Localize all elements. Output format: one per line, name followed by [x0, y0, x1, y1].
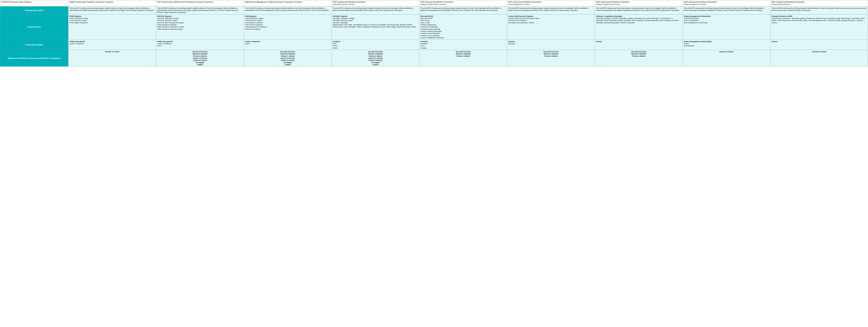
section-row-2: Certification BodiesAPMG InternationalAx…: [0, 40, 868, 50]
section-1-cell-3: INFOSEC EngineerINFOSEC Operations Analy…: [332, 14, 419, 40]
cell-line: Securely Provision: [508, 51, 594, 53]
section-0-cell-8: This DxCERTS training and mentoring prog…: [770, 6, 868, 14]
cell-line: Ethical Hacker, Pen Tester, Vulnerabilit…: [333, 24, 416, 28]
cell-line: This DxCERTS training and mentoring prog…: [772, 7, 866, 11]
section-1-cell-7: Project Management ProfessionalSCRUM Pro…: [683, 14, 770, 40]
header-label-9: NICE Cybersecurity Workforce Framework: [772, 1, 804, 3]
section-1-cell-6: Software & Application DeveloperJavascri…: [595, 14, 683, 40]
cell-line: Amazon Web Services Operations Analyst: [508, 17, 539, 19]
cell-line: Operate & Maintain: [333, 53, 418, 55]
cell-line: AGILE Professional: [684, 19, 698, 21]
cell-line: Cyber Resilience Engineer: [157, 24, 177, 26]
section-1-cell-0: DTRF EngineerDTRF Operations AnalystDTRF…: [68, 14, 156, 40]
cell-line: Amazon: [508, 40, 515, 43]
cell-line: Operate & Maintain: [245, 53, 331, 55]
cell-line: This DxCERTS training and mentoring prog…: [684, 7, 764, 11]
section-label-0: Pathway Description: [0, 6, 68, 14]
cell-line: CompTIA: [333, 40, 340, 43]
cell-line: Securely Provision: [157, 51, 243, 53]
cell-line: NISTCSF Business Analyst: [157, 19, 177, 21]
cell-line: APMG International: [157, 40, 173, 43]
header-cell-2: NIST Cybersecurity & RESILIA Cyber Resil…: [156, 0, 244, 6]
cell-line: CompTIA Cloud Specialist: [421, 32, 440, 34]
cell-line: Collect & Operate: [157, 59, 243, 61]
header-cell-0: DxCERTS Enterprise Career Pathways: [0, 0, 68, 6]
cell-line: NISTCSF Operations Analyst: [157, 17, 179, 19]
cell-line: ITSM Business Analyst: [245, 19, 262, 21]
cell-line: ITSM Expert Practitioner: [245, 22, 263, 24]
cell-line: Operate & Maintain: [157, 53, 243, 55]
cell-line: INFOSEC Engineer: [333, 15, 348, 17]
cell-line: ISACA: [245, 43, 250, 45]
header-cell-7: NICE Cybersecurity Workforce Framework S…: [595, 0, 683, 6]
cell-line: Axelos: [684, 43, 689, 45]
header-cell-4: NICE Cybersecurity Workforce Framework I…: [332, 0, 419, 6]
cell-line: Enterprise Business Skills: [772, 15, 792, 17]
header-label-8: NICE Cybersecurity Workforce Framework: [684, 1, 717, 3]
header-sublabel-7: Software Programming Curriculum: [596, 3, 620, 5]
cell-line: Oversee & Govern: [772, 51, 867, 53]
header-cell-1: Digital Transformation Readiness Framewo…: [68, 0, 156, 6]
cell-line: SCRUM Professional: [684, 17, 700, 19]
cell-line: Oversee & Govern: [333, 57, 418, 59]
cell-line: CompTIA Network Specialist: [421, 30, 441, 32]
cell-line: Analyze: [333, 64, 418, 66]
cell-line: This DxCERTS training and mentoring prog…: [421, 7, 501, 11]
header-cell-6: NICE Cybersecurity Workforce Framework C…: [507, 0, 595, 6]
section-row-0: Pathway DescriptionThis DxCERTS training…: [0, 6, 868, 14]
section-1-cell-4: Microsoft MCSAMicrosoft MCSECisco CCNACi…: [419, 14, 507, 40]
cell-line: Microsoft Azure Engineer: [508, 19, 527, 21]
header-label-6: NICE Cybersecurity Workforce Framework: [508, 1, 541, 3]
cell-line: Investigate: [333, 61, 418, 64]
cell-line: SCRUMstudy: [684, 45, 694, 47]
cell-line: Various: [772, 40, 777, 43]
cell-line: Axelos / Peoplecert: [69, 43, 84, 45]
header-sublabel-9: Business Skills Curriculum: [772, 3, 790, 5]
cell-line: This DxCERTS training and mentoring prog…: [508, 7, 589, 11]
cell-line: This DxCERTS training and mentoring prog…: [333, 7, 413, 11]
cell-line: Cyber Resilience Business Analyst: [157, 28, 183, 30]
section-3-cell-8: Oversee & Govern: [770, 50, 868, 66]
cell-line: Protect & Defend: [421, 55, 506, 57]
cell-line: DEVOPS Practitioner: [245, 28, 261, 30]
section-2-cell-1: APMG InternationalAxelos / PeoplecertISA…: [156, 40, 244, 50]
section-row-3: Alignment with NICE Cybersecurity Workfo…: [0, 50, 868, 66]
cell-line: RISK Management Professional: [684, 22, 707, 24]
header-cell-5: NICE Cybersecurity Workforce Framework N…: [419, 0, 507, 6]
section-3-cell-0: Oversee & Govern: [68, 50, 156, 66]
section-3-cell-4: Securely ProvisionOperate & MaintainProt…: [419, 50, 507, 66]
header-sublabel-4: Information Security Curriculum: [333, 3, 355, 5]
section-0-cell-2: This DxCERTS training and mentoring prog…: [244, 6, 332, 14]
cell-line: Oversee & Govern: [684, 51, 769, 53]
section-label-2: Certification Bodies: [0, 40, 68, 50]
cell-line: DTRF Expert Practitioner: [69, 22, 88, 24]
cell-line: Various: [596, 40, 602, 43]
table-body: Pathway DescriptionThis DxCERTS training…: [0, 6, 868, 66]
cell-line: ITSM AGILE Practitioner: [245, 24, 263, 26]
section-1-cell-5: Amazon Web Services EngineerAmazon Web S…: [507, 14, 595, 40]
cell-line: Javascript Specialist, ASP.NET Specialis…: [596, 17, 679, 24]
header-sublabel-6: Cloud Management Curriculum: [508, 3, 530, 5]
section-0-cell-1: This DxCERTS training and mentoring prog…: [156, 6, 244, 14]
header-row: DxCERTS Enterprise Career Pathways Digit…: [0, 0, 868, 6]
cell-line: Axelos / Peoplecert: [157, 43, 172, 45]
cell-line: NISTCSF Risk Management Analyst: [157, 22, 184, 24]
section-2-cell-2: Axelos / PeoplecertISACA: [244, 40, 332, 50]
cell-line: CompTIA Healthcare Technician: [421, 37, 444, 38]
cell-line: Securely Provision: [245, 51, 331, 53]
header-cell-3: Digital Service Management & Digital Gov…: [244, 0, 332, 6]
cell-line: Oversee & Govern: [245, 57, 331, 59]
cell-line: Protect & Defend: [333, 55, 418, 57]
cell-line: Microsoft MCSA: [421, 15, 433, 17]
section-2-cell-7: Project Management Institute (PMI)Axelos…: [683, 40, 770, 50]
cell-line: Operate & Maintain: [508, 53, 594, 55]
section-0-cell-0: This DxCERTS training and mentoring prog…: [68, 6, 156, 14]
cell-line: NISTCSF Engineer: [157, 15, 172, 17]
cell-line: Software & Application Developer: [596, 15, 622, 17]
section-row-1: Pathway RolesDTRF EngineerDTRF Operation…: [0, 14, 868, 40]
cell-line: Project Management Professional: [684, 15, 710, 17]
section-0-cell-3: This DxCERTS training and mentoring prog…: [332, 6, 419, 14]
cell-line: Axelos / Peoplecert: [245, 40, 260, 43]
cell-line: Cybersecurity Awareness , Operating Syst…: [772, 17, 865, 24]
cell-line: INFOSEC Business Analyst: [333, 19, 353, 21]
